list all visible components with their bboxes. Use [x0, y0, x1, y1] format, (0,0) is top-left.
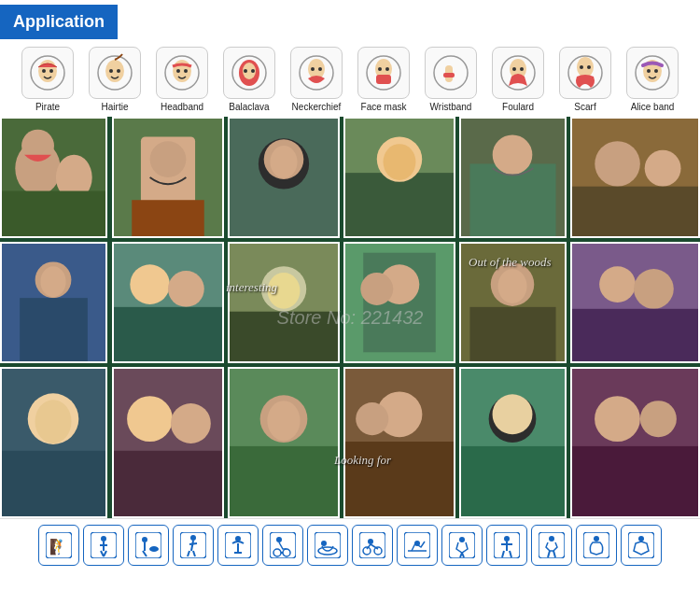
svg-rect-28: [443, 73, 455, 77]
icon-scarf: Scarf: [554, 47, 616, 113]
svg-rect-99: [230, 446, 338, 516]
svg-rect-121: [135, 532, 161, 558]
svg-rect-96: [114, 451, 222, 516]
icon-headband-label: Headband: [161, 102, 203, 113]
svg-point-60: [493, 134, 533, 175]
svg-point-139: [273, 549, 281, 556]
svg-point-122: [142, 537, 147, 542]
photo-12: [570, 242, 700, 363]
photo-13: [0, 367, 107, 518]
svg-line-165: [548, 551, 550, 557]
photo-6: [570, 117, 700, 238]
svg-rect-76: [230, 312, 338, 361]
icon-scarf-label: Scarf: [574, 102, 595, 113]
svg-rect-55: [345, 173, 454, 236]
svg-point-71: [168, 271, 204, 307]
svg-point-107: [493, 394, 533, 434]
photo-14: [112, 367, 224, 518]
svg-rect-67: [20, 298, 88, 361]
activity-icon-2: [83, 525, 124, 566]
svg-rect-83: [469, 307, 555, 361]
activity-icon-5: [217, 525, 259, 566]
svg-point-127: [190, 535, 196, 541]
svg-line-131: [193, 551, 195, 556]
icon-hairtie-label: Hairtie: [102, 102, 129, 113]
svg-rect-72: [114, 307, 222, 361]
icon-wristband-label: Wristband: [430, 102, 472, 113]
activity-icons-row: 🧗: [0, 518, 700, 571]
app-header: Application: [0, 5, 118, 39]
activity-icon-10: [441, 525, 483, 566]
photo-8: [112, 242, 224, 363]
activity-icon-14: [621, 525, 662, 566]
svg-point-80: [360, 273, 393, 305]
photo-7: [0, 242, 107, 363]
icon-neckerchief: Neckerchief: [286, 47, 347, 113]
svg-rect-44: [2, 191, 105, 236]
svg-rect-91: [2, 451, 105, 516]
svg-point-170: [638, 536, 644, 542]
svg-point-116: [101, 536, 106, 542]
svg-point-84: [498, 269, 527, 303]
icon-facemask-label: Face mask: [361, 102, 407, 113]
icon-balaclava: Balaclava: [218, 47, 280, 113]
icon-aliceband-label: Alice band: [631, 102, 675, 113]
svg-point-70: [130, 264, 170, 304]
activity-icon-8: [352, 525, 393, 566]
svg-line-120: [104, 551, 106, 556]
activity-icon-11: [486, 525, 527, 566]
photo-9: [228, 242, 340, 363]
icon-neckerchief-label: Neckerchief: [292, 102, 342, 113]
photo-10: [343, 242, 455, 363]
icon-hairtie: Hairtie: [84, 47, 146, 113]
svg-point-158: [504, 536, 510, 542]
svg-point-124: [149, 546, 159, 552]
photo-4: [343, 117, 455, 238]
activity-icon-1: 🧗: [38, 525, 79, 566]
svg-point-62: [595, 141, 640, 187]
svg-point-10: [176, 69, 180, 73]
collage-text-outofwoods: Out of the woods: [469, 255, 551, 270]
svg-point-147: [368, 539, 373, 544]
svg-point-164: [549, 536, 554, 542]
activity-icon-12: [531, 525, 572, 566]
svg-line-162: [510, 551, 511, 557]
icon-wristband: Wristband: [420, 47, 482, 113]
svg-point-137: [276, 537, 282, 542]
svg-rect-49: [132, 200, 204, 236]
svg-point-111: [640, 401, 677, 437]
svg-line-166: [553, 551, 555, 557]
svg-point-100: [267, 401, 300, 441]
svg-rect-25: [376, 75, 391, 84]
svg-line-125: [143, 551, 147, 556]
svg-point-87: [634, 269, 674, 309]
svg-point-57: [384, 144, 416, 180]
activity-icon-3: [128, 525, 169, 566]
svg-point-94: [127, 396, 173, 442]
collage-text-interesting: interesting: [226, 280, 277, 295]
icon-pirate-label: Pirate: [35, 102, 60, 113]
icon-balaclava-label: Balaclava: [229, 102, 269, 113]
svg-point-40: [654, 69, 658, 73]
activity-icon-6: [262, 525, 303, 566]
photo-5: [459, 117, 567, 238]
svg-point-20: [318, 67, 322, 71]
svg-point-24: [385, 67, 389, 71]
photo-18: [570, 367, 700, 518]
svg-point-92: [35, 400, 72, 443]
svg-rect-88: [572, 309, 698, 361]
svg-point-35: [580, 65, 583, 69]
icon-foulard: Foulard: [487, 47, 549, 113]
icon-foulard-label: Foulard: [502, 102, 534, 113]
photo-2: [112, 117, 224, 238]
photo-collage: interesting Out of the woods Looking for…: [0, 117, 700, 518]
activity-icon-7: [307, 525, 348, 566]
svg-point-103: [356, 402, 388, 435]
icon-facemask: Face mask: [353, 47, 414, 113]
svg-line-161: [502, 551, 504, 557]
svg-point-16: [251, 69, 255, 73]
activity-icon-4: [173, 525, 214, 566]
svg-point-110: [595, 396, 640, 442]
svg-line-156: [462, 553, 464, 557]
app-title: Application: [13, 12, 105, 31]
